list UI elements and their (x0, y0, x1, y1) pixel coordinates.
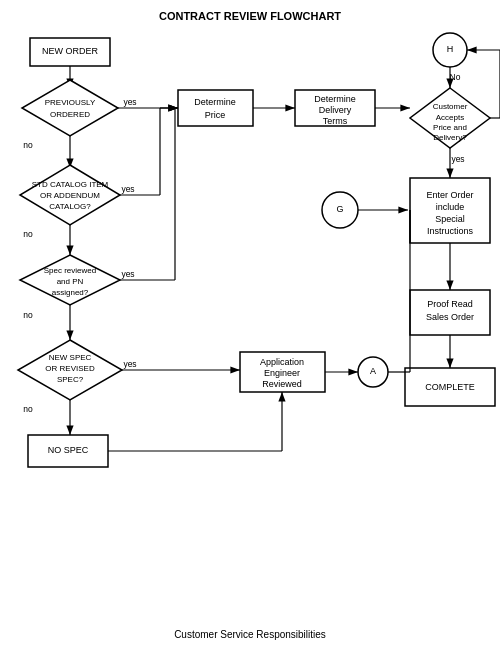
no-label-1: no (23, 140, 33, 150)
std-catalog-label3: CATALOG? (49, 202, 91, 211)
enter-order-label2: include (436, 202, 465, 212)
spec-reviewed-label1: Spec reviewed (44, 266, 96, 275)
complete-label: COMPLETE (425, 382, 475, 392)
determine-delivery-label3: Terms (323, 116, 348, 126)
previously-ordered-diamond (22, 80, 118, 136)
flowchart-container: CONTRACT REVIEW FLOWCHART NEW ORDER PREV… (0, 0, 500, 654)
enter-order-label4: Instructions (427, 226, 474, 236)
yes-label-catalog: yes (121, 184, 134, 194)
circle-g-label: G (336, 204, 343, 214)
app-engineer-label3: Reviewed (262, 379, 302, 389)
app-engineer-label2: Engineer (264, 368, 300, 378)
spec-reviewed-label3: assigned? (52, 288, 89, 297)
enter-order-label1: Enter Order (426, 190, 473, 200)
customer-accepts-label1: Customer (433, 102, 468, 111)
determine-delivery-label2: Delivery (319, 105, 352, 115)
new-spec-label2: OR REVISED (45, 364, 95, 373)
no-label-h: No (450, 72, 461, 82)
yes-label-newspec: yes (123, 359, 136, 369)
no-label-catalog: no (23, 229, 33, 239)
customer-accepts-label4: Delivery? (433, 133, 467, 142)
previously-ordered-label: PREVIOUSLY (45, 98, 96, 107)
determine-delivery-label1: Determine (314, 94, 356, 104)
enter-order-label3: Special (435, 214, 465, 224)
determine-price-box (178, 90, 253, 126)
yes-label-customer: yes (451, 154, 464, 164)
proof-read-label2: Sales Order (426, 312, 474, 322)
previously-ordered-label2: ORDERED (50, 110, 90, 119)
yes-label-spec: yes (121, 269, 134, 279)
no-label-newspec: no (23, 404, 33, 414)
determine-price-label1: Determine (194, 97, 236, 107)
spec-reviewed-label2: and PN (57, 277, 84, 286)
footer-text: Customer Service Responsibilities (174, 629, 326, 640)
chart-title: CONTRACT REVIEW FLOWCHART (159, 10, 341, 22)
new-order-label: NEW ORDER (42, 46, 99, 56)
yes-label-1: yes (123, 97, 136, 107)
circle-h-label: H (447, 44, 454, 54)
no-label-spec: no (23, 310, 33, 320)
no-spec-label: NO SPEC (48, 445, 89, 455)
std-catalog-label2: OR ADDENDUM (40, 191, 100, 200)
determine-price-label2: Price (205, 110, 226, 120)
circle-a-label: A (370, 366, 376, 376)
new-spec-label1: NEW SPEC (49, 353, 92, 362)
proof-read-label1: Proof Read (427, 299, 473, 309)
std-catalog-label1: STD CATALOG ITEM (32, 180, 109, 189)
customer-accepts-label2: Accepts (436, 113, 464, 122)
new-spec-label3: SPEC? (57, 375, 84, 384)
app-engineer-label1: Application (260, 357, 304, 367)
customer-accepts-label3: Price and (433, 123, 467, 132)
